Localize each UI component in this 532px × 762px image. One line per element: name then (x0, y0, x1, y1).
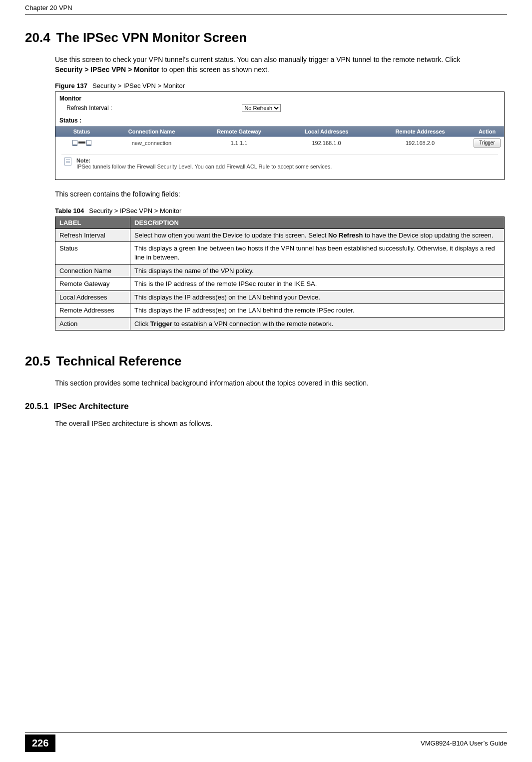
host-left-icon (72, 140, 77, 145)
rule-bottom (25, 732, 507, 732)
grid-header: Status Connection Name Remote Gateway Lo… (55, 126, 504, 137)
col-status: Status (55, 128, 108, 134)
refresh-interval-label: Refresh Interval : (66, 104, 112, 112)
running-head: Chapter 20 VPN (25, 0, 507, 14)
td-desc: This displays the IP address(es) on the … (130, 304, 505, 318)
host-right-icon (86, 140, 91, 145)
td-label: Action (55, 317, 130, 330)
col-remote-addresses: Remote Addresses (370, 128, 470, 134)
after-figure-para: This screen contains the following field… (55, 189, 475, 199)
col-local-addresses: Local Addresses (283, 128, 370, 134)
td-label: Remote Addresses (55, 304, 130, 318)
cell-remote-addresses: 192.168.2.0 (370, 140, 470, 146)
col-remote-gateway: Remote Gateway (195, 128, 283, 134)
rule-top (25, 14, 507, 15)
table-row: Status This displays a green line betwee… (55, 242, 505, 264)
section-20-5-1-heading: 20.5.1IPSec Architecture (25, 402, 507, 412)
note-box: Note: IPSec tunnels follow the Firewall … (61, 154, 498, 174)
td-label: Status (55, 242, 130, 264)
section-number: 20.5 (25, 354, 50, 368)
subsection-title-text: IPSec Architecture (53, 402, 129, 411)
para-tail: to open this screen as shown next. (159, 66, 269, 74)
table-caption-text: Security > IPSec VPN > Monitor (89, 207, 181, 214)
note-page-icon (64, 158, 71, 166)
table-row: Local Addresses This displays the IP add… (55, 290, 505, 304)
section-20-5-para: This section provides some technical bac… (55, 378, 475, 388)
col-connection-name: Connection Name (108, 128, 195, 134)
td-label: Remote Gateway (55, 278, 130, 291)
table-row: Connection Name This displays the name o… (55, 264, 505, 278)
td-desc: This is the IP address of the remote IPS… (130, 278, 505, 291)
note-text: IPSec tunnels follow the Firewall Securi… (76, 164, 494, 170)
section-title-text: The IPSec VPN Monitor Screen (56, 30, 247, 45)
subsection-number: 20.5.1 (25, 402, 48, 411)
td-desc: Select how often you want the Device to … (130, 228, 505, 242)
link-bar-icon (78, 142, 85, 144)
table-row: Refresh Interval Select how often you wa… (55, 228, 505, 242)
col-action: Action (470, 128, 504, 134)
table-label: Table 104 (55, 207, 84, 214)
figure-label: Figure 137 (55, 82, 87, 90)
th-label: LABEL (55, 216, 130, 228)
cell-status (55, 140, 108, 146)
monitor-heading: Monitor (55, 92, 504, 103)
td-label: Refresh Interval (55, 228, 130, 242)
td-desc: Click Trigger to establish a VPN connect… (130, 317, 505, 330)
vpn-status-icon (72, 140, 91, 145)
td-label: Local Addresses (55, 290, 130, 304)
td-label: Connection Name (55, 264, 130, 278)
figure-caption-text: Security > IPSec VPN > Monitor (92, 82, 185, 90)
grid-row: new_connection 1.1.1.1 192.168.1.0 192.1… (55, 137, 504, 149)
td-desc: This displays a green line between two h… (130, 242, 505, 264)
table-row: Remote Gateway This is the IP address of… (55, 278, 505, 291)
para-text: Use this screen to check your VPN tunnel… (55, 56, 460, 64)
para-bold: Security > IPSec VPN > Monitor (55, 66, 159, 74)
status-heading: Status : (55, 116, 504, 126)
section-20-4-para: Use this screen to check your VPN tunnel… (55, 54, 475, 75)
section-20-5-heading: 20.5Technical Reference (25, 354, 507, 369)
table-row: Action Click Trigger to establish a VPN … (55, 317, 505, 330)
note-label: Note: (76, 158, 494, 164)
table-104-caption: Table 104Security > IPSec VPN > Monitor (55, 207, 507, 214)
th-description: DESCRIPTION (130, 216, 505, 228)
figure-137-caption: Figure 137Security > IPSec VPN > Monitor (55, 82, 507, 90)
section-20-5-1-para: The overall IPSec architecture is shown … (55, 418, 475, 428)
section-number: 20.4 (25, 30, 50, 45)
page-number: 226 (25, 734, 55, 752)
table-104: LABEL DESCRIPTION Refresh Interval Selec… (55, 216, 505, 330)
section-title-text: Technical Reference (56, 354, 182, 368)
section-20-4-heading: 20.4The IPSec VPN Monitor Screen (25, 30, 507, 46)
table-row: Remote Addresses This displays the IP ad… (55, 304, 505, 318)
guide-title: VMG8924-B10A User’s Guide (421, 740, 507, 747)
figure-137-screenshot: Monitor Refresh Interval : No Refresh St… (55, 92, 505, 180)
cell-action: Trigger (470, 138, 504, 148)
cell-connection-name: new_connection (108, 140, 195, 146)
cell-local-addresses: 192.168.1.0 (283, 140, 370, 146)
refresh-interval-select[interactable]: No Refresh (242, 104, 281, 112)
td-desc: This displays the IP address(es) on the … (130, 290, 505, 304)
cell-remote-gateway: 1.1.1.1 (195, 140, 283, 146)
td-desc: This displays the name of the VPN policy… (130, 264, 505, 278)
trigger-button[interactable]: Trigger (474, 138, 501, 148)
page-footer: 226 VMG8924-B10A User’s Guide (25, 732, 507, 752)
